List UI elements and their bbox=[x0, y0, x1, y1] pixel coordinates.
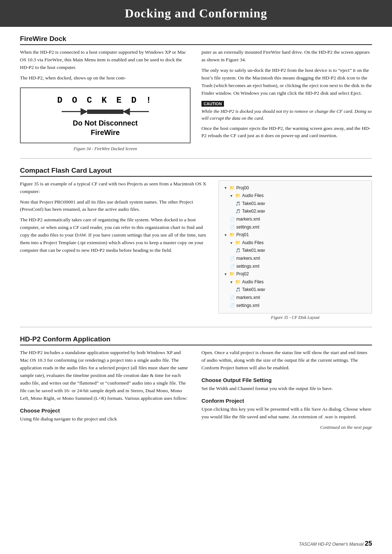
tree-label: Audio Files bbox=[242, 239, 264, 247]
cf-two-col: Figure 35 is an example of a typical CF … bbox=[20, 180, 372, 321]
triangle-icon: ▼ bbox=[224, 185, 227, 191]
triangle-icon: ▼ bbox=[230, 240, 233, 246]
xml-file-icon: 📄 bbox=[230, 294, 235, 301]
firewire-para2: The HD-P2, when docked, shows up on the … bbox=[20, 74, 191, 82]
tree-label: settings.xml bbox=[236, 302, 259, 310]
folder-icon: 📁 bbox=[235, 239, 241, 247]
page-title: Docking and Conforming bbox=[22, 7, 370, 20]
firewire-right-col: puter as an externally mounted FireWire … bbox=[201, 49, 372, 152]
docked-subtitle: Do Not Disconnect FireWire bbox=[32, 118, 179, 137]
tree-label: markers.xml bbox=[236, 294, 260, 302]
tree-label: Proj01 bbox=[236, 231, 249, 239]
folder-icon: 📁 bbox=[235, 192, 241, 200]
xml-file-icon: 📄 bbox=[230, 255, 235, 262]
firewire-right-para2: The only way to safely un-dock the HD-P2… bbox=[201, 67, 372, 97]
tree-settings-0: 📄 settings.xml bbox=[224, 223, 367, 231]
page-footer: TASCAM HD-P2 Owner's Manual 25 bbox=[299, 540, 372, 547]
triangle-icon: ▼ bbox=[230, 279, 233, 285]
choose-output-text: Set the Width and Channel format you wis… bbox=[201, 385, 372, 393]
firewire-two-col: When the HD-P2 is connected to a host co… bbox=[20, 49, 372, 152]
cf-para1: Figure 35 is an example of a typical CF … bbox=[20, 180, 208, 196]
tree-proj00: ▼ 📁 Proj00 bbox=[224, 184, 367, 192]
tree-label: markers.xml bbox=[236, 216, 260, 223]
cf-para2: Note that Project PROJ0001 and all its f… bbox=[20, 198, 208, 214]
conform-project-title: Conform Project bbox=[201, 398, 372, 404]
docked-screen-box: D O C K E D ! Do Not Disconnect FireWire bbox=[20, 87, 191, 143]
figure35-caption: Figure 35 - CF Disk Layout bbox=[219, 315, 372, 320]
firewire-para1: When the HD-P2 is connected to a host co… bbox=[20, 49, 191, 71]
page-header: Docking and Conforming bbox=[0, 0, 392, 27]
audio-file-icon: 🎵 bbox=[236, 208, 241, 215]
tree-take01-2: 🎵 Take01.wav bbox=[224, 286, 367, 294]
firewire-right-para1: puter as an externally mounted FireWire … bbox=[201, 49, 372, 64]
tree-label: Proj00 bbox=[236, 184, 249, 192]
xml-file-icon: 📄 bbox=[230, 263, 235, 270]
tree-label: Take01.wav bbox=[242, 247, 265, 255]
brand-label: TASCAM HD-P2 Owner's Manual bbox=[299, 542, 364, 547]
conform-para1: The HD-P2 includes a standalone applicat… bbox=[20, 349, 191, 402]
page-content: FireWire Dock When the HD-P2 is connecte… bbox=[0, 35, 392, 445]
audio-file-icon: 🎵 bbox=[236, 247, 241, 254]
tree-audio-files-0: ▼ 📁 Audio Files bbox=[224, 192, 367, 200]
conform-project-text: Upon clicking this key you will be prese… bbox=[201, 406, 372, 421]
tree-markers-0: 📄 markers.xml bbox=[224, 216, 367, 223]
conform-section-title: HD-P2 Conform Application bbox=[20, 335, 372, 345]
cf-right-col: ▼ 📁 Proj00 ▼ 📁 Audio Files 🎵 Take01.wav … bbox=[219, 180, 372, 321]
firewire-left-col: When the HD-P2 is connected to a host co… bbox=[20, 49, 191, 152]
tree-label: settings.xml bbox=[236, 223, 259, 231]
firewire-section-title: FireWire Dock bbox=[20, 35, 372, 45]
section-divider-2 bbox=[20, 327, 372, 327]
tree-label: Audio Files bbox=[242, 278, 264, 286]
continued-text: Continued on the next page bbox=[201, 424, 372, 430]
tree-audio-files-2: ▼ 📁 Audio Files bbox=[224, 278, 367, 286]
firewire-right-para3: Once the host computer ejects the HD-P2,… bbox=[201, 125, 372, 140]
docked-subtitle-line2: FireWire bbox=[32, 128, 179, 137]
triangle-icon: ▼ bbox=[224, 232, 227, 238]
xml-file-icon: 📄 bbox=[230, 216, 235, 223]
tree-settings-2: 📄 settings.xml bbox=[224, 302, 367, 310]
conform-left-col: The HD-P2 includes a standalone applicat… bbox=[20, 349, 191, 430]
tree-markers-1: 📄 markers.xml bbox=[224, 255, 367, 263]
audio-file-icon: 🎵 bbox=[236, 200, 241, 208]
tree-take01-0: 🎵 Take01.wav bbox=[224, 200, 367, 208]
conform-two-col: The HD-P2 includes a standalone applicat… bbox=[20, 349, 372, 430]
folder-icon: 📁 bbox=[229, 184, 235, 192]
tree-take02-0: 🎵 Take02.wav bbox=[224, 208, 367, 216]
cf-section-title: Compact Flash Card Layout bbox=[20, 167, 372, 177]
conform-right-para1: Open. Once a valid project is chosen the… bbox=[201, 349, 372, 372]
folder-icon: 📁 bbox=[235, 278, 241, 286]
triangle-icon: ▼ bbox=[230, 193, 233, 199]
cf-para3: The HD-P2 automatically takes care of or… bbox=[20, 216, 208, 254]
choose-output-title: Choose Output File Setting bbox=[201, 377, 372, 383]
cf-left-col: Figure 35 is an example of a typical CF … bbox=[20, 180, 208, 321]
tree-label: Audio Files bbox=[242, 192, 264, 200]
tree-label: Proj02 bbox=[236, 270, 249, 278]
connector-body bbox=[87, 110, 123, 114]
xml-file-icon: 📄 bbox=[230, 224, 235, 231]
xml-file-icon: 📄 bbox=[230, 302, 235, 309]
caution-text: While the HD-P2 is docked you should not… bbox=[201, 108, 372, 122]
tree-proj02: ▼ 📁 Proj02 bbox=[224, 270, 367, 278]
conform-right-col: Open. Once a valid project is chosen the… bbox=[201, 349, 372, 430]
tree-markers-2: 📄 markers.xml bbox=[224, 294, 367, 302]
page-number: 25 bbox=[365, 540, 372, 547]
firewire-connector-graphic bbox=[32, 110, 179, 114]
tree-label: Take01.wav bbox=[242, 200, 265, 208]
docked-subtitle-line1: Do Not Disconnect bbox=[32, 118, 179, 128]
choose-project-text: Using file dialog navigate to the projec… bbox=[20, 415, 191, 423]
tree-label: markers.xml bbox=[236, 255, 260, 263]
tree-label: Take01.wav bbox=[242, 286, 265, 294]
caution-box: CAUTION While the HD-P2 is docked you sh… bbox=[201, 101, 372, 122]
section-divider-1 bbox=[20, 158, 372, 159]
figure34-caption: Figure 34 - FireWire Docked Screen bbox=[20, 146, 191, 152]
caution-label: CAUTION bbox=[201, 101, 224, 107]
tree-take01-1: 🎵 Take01.wav bbox=[224, 247, 367, 255]
folder-icon: 📁 bbox=[229, 231, 235, 239]
triangle-icon: ▼ bbox=[224, 271, 227, 277]
choose-project-title: Choose Project bbox=[20, 407, 191, 414]
audio-file-icon: 🎵 bbox=[236, 286, 241, 294]
file-tree: ▼ 📁 Proj00 ▼ 📁 Audio Files 🎵 Take01.wav … bbox=[219, 180, 372, 314]
folder-icon: 📁 bbox=[229, 270, 235, 278]
tree-proj01: ▼ 📁 Proj01 bbox=[224, 231, 367, 239]
tree-settings-1: 📄 settings.xml bbox=[224, 263, 367, 271]
